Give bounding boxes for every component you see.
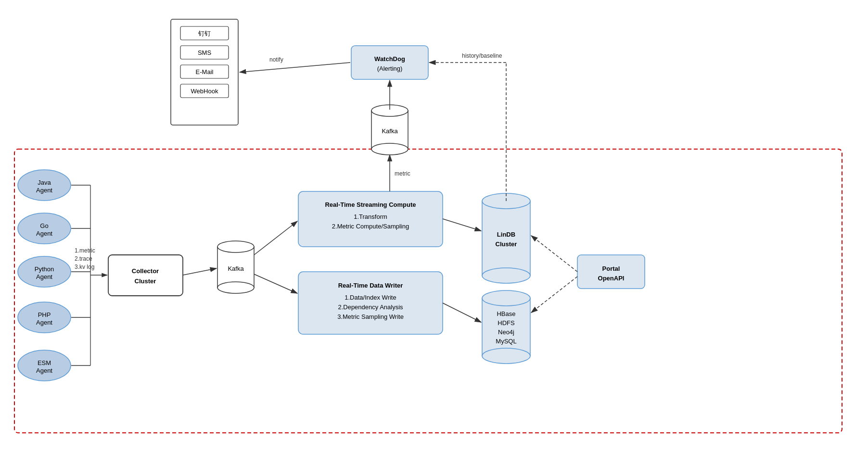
- esm-agent-label1: ESM: [38, 359, 51, 366]
- rt-streaming-item1: 1.Transform: [354, 213, 387, 220]
- rt-writer-item3: 3.Metric Sampling Write: [337, 313, 404, 320]
- flow-label-1: 1.metric: [75, 247, 95, 254]
- svg-rect-13: [482, 201, 530, 276]
- portal-label2: OpenAPI: [598, 275, 625, 282]
- lindb-label2: Cluster: [496, 240, 517, 248]
- svg-line-37: [531, 277, 577, 313]
- rt-streaming-title: Real-Time Streaming Compute: [325, 201, 416, 208]
- collector-cluster-label2: Cluster: [135, 277, 156, 285]
- notify-label: notify: [269, 56, 283, 63]
- svg-point-12: [217, 241, 254, 252]
- watchdog-sublabel: (Alerting): [377, 65, 403, 72]
- collector-cluster-box: [108, 255, 183, 296]
- watchdog-label: WatchDog: [374, 55, 405, 63]
- collector-cluster-label1: Collector: [132, 267, 159, 275]
- svg-point-11: [217, 282, 254, 293]
- svg-line-27: [254, 221, 297, 255]
- history-label: history/baseline: [462, 52, 502, 59]
- svg-point-17: [482, 348, 530, 364]
- go-agent-label1: Go: [40, 222, 48, 229]
- kafka-inner-label: Kafka: [228, 265, 244, 272]
- python-agent-label1: Python: [35, 265, 54, 273]
- java-agent-label1: Java: [38, 179, 51, 186]
- python-agent-label2: Agent: [36, 273, 52, 280]
- channel-email: E-Mail: [196, 68, 214, 76]
- neo4j-label: Neo4j: [498, 328, 514, 336]
- svg-point-14: [482, 268, 530, 283]
- esm-agent-label2: Agent: [36, 367, 52, 374]
- channel-dingtalk: 钉钉: [198, 30, 211, 37]
- watchdog-box: [351, 46, 428, 79]
- svg-line-28: [254, 274, 297, 293]
- svg-line-29: [443, 219, 481, 231]
- java-agent-label2: Agent: [36, 187, 52, 194]
- main-svg: 钉钉 SMS E-Mail WebHook WatchDog (Alerting…: [0, 0, 868, 454]
- flow-label-3: 3.kv log: [75, 264, 94, 270]
- flow-label-2: 2.trace: [75, 255, 92, 262]
- hbase-label: HBase: [497, 310, 515, 317]
- channel-webhook: WebHook: [191, 88, 218, 95]
- svg-line-33: [240, 63, 350, 72]
- diagram-container: 钉钉 SMS E-Mail WebHook WatchDog (Alerting…: [0, 0, 868, 454]
- channel-sms: SMS: [198, 49, 212, 56]
- metric-label: metric: [395, 170, 410, 177]
- mysql-label: MySQL: [496, 338, 516, 345]
- rt-writer-item1: 1.Data/Index Write: [345, 294, 396, 301]
- go-agent-label2: Agent: [36, 230, 52, 237]
- php-agent-label2: Agent: [36, 319, 52, 326]
- kafka-outer-label: Kafka: [382, 127, 398, 135]
- svg-rect-16: [482, 298, 530, 356]
- php-agent-label1: PHP: [38, 311, 51, 318]
- svg-line-30: [443, 303, 481, 322]
- rt-writer-item2: 2.Dependency Analysis: [338, 303, 403, 311]
- rt-streaming-item2: 2.Metric Compute/Sampling: [332, 223, 409, 230]
- rt-writer-title: Real-Time Data Writer: [338, 282, 403, 289]
- portal-label1: Portal: [602, 265, 620, 272]
- hdfs-label: HDFS: [498, 319, 515, 327]
- svg-point-18: [482, 290, 530, 306]
- svg-line-26: [183, 268, 217, 275]
- lindb-label1: LinDB: [497, 231, 515, 238]
- svg-point-8: [371, 143, 408, 155]
- svg-line-36: [531, 236, 577, 272]
